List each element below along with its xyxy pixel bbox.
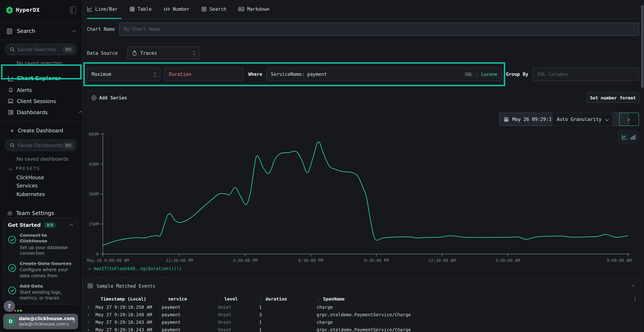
aggregation-select[interactable]: Maximum	[87, 68, 160, 81]
presets-toggle[interactable]: PRESETS	[0, 164, 82, 173]
col-service[interactable]: ⋮service	[162, 296, 218, 302]
granularity-select[interactable]: Auto Granularity	[552, 113, 613, 126]
lucene-toggle[interactable]: Lucene	[481, 72, 497, 77]
sidebar-item-client-sessions[interactable]: Client Sessions	[0, 96, 82, 106]
plus-icon: +	[10, 128, 14, 133]
check-circle-icon	[8, 236, 16, 244]
sidebar-item-team-settings[interactable]: Team Settings	[0, 208, 82, 219]
get-started-card: Get Started 3/3 Connect to ClickHouse Se…	[3, 218, 79, 305]
group-by-label-wrap: Group By	[506, 68, 528, 81]
chevron-up-icon[interactable]	[72, 30, 76, 34]
search-section-icon	[6, 28, 12, 34]
cell-spanname: grpc.oteldemo.PaymentService/Charge	[317, 327, 633, 332]
events-header[interactable]: Sample Matched Events	[83, 278, 640, 294]
table-row[interactable]: ›May 27 9:29:18.250 AMpaymentUnset1charg…	[83, 304, 640, 311]
line-chart-icon	[8, 75, 14, 82]
help-button[interactable]: ?	[4, 300, 15, 312]
sidebar-item-label: Client Sessions	[17, 98, 56, 104]
chart-type-tabs: Line/Bar Table 123 Number Search	[82, 0, 644, 18]
expand-row-icon[interactable]: ›	[87, 320, 96, 325]
cell-timestamp: May 27 9:29:18.243 AM	[96, 327, 162, 332]
svg-text:9:00:00 AM: 9:00:00 AM	[607, 258, 632, 263]
saved-searches-input[interactable]: ⌘K	[5, 44, 77, 55]
svg-text:450M: 450M	[89, 162, 98, 166]
field-value: Duration	[169, 72, 191, 77]
set-number-format-button[interactable]: Set number format	[587, 93, 639, 103]
group-by-input-wrap	[533, 68, 639, 81]
col-level[interactable]: ⋮level	[218, 296, 259, 302]
sql-toggle[interactable]: SQL	[464, 72, 472, 77]
saved-dashboards-field[interactable]	[18, 142, 63, 148]
where-input[interactable]	[271, 72, 464, 77]
where-label: Where	[248, 72, 262, 77]
cell-duration: 3	[259, 312, 317, 317]
chart-name-label: Chart Name	[87, 26, 115, 32]
chevron-up-icon[interactable]	[70, 224, 73, 227]
get-started-item[interactable]: Create Data Sources Configure where your…	[8, 261, 74, 279]
field-select[interactable]: Duration	[164, 68, 243, 81]
col-duration[interactable]: ⋮duration	[259, 296, 317, 302]
svg-text:0: 0	[96, 252, 98, 256]
tab-table[interactable]: Table	[129, 0, 156, 18]
get-started-item[interactable]: Add Data Start sending logs, metrics, or…	[8, 283, 74, 301]
saved-searches-field[interactable]	[18, 46, 63, 52]
run-query-button[interactable]: ▷	[619, 113, 639, 126]
chevron-up-icon[interactable]	[79, 111, 82, 114]
preset-item-services[interactable]: Services	[0, 182, 82, 190]
sidebar-item-chart-explorer[interactable]: Chart Explorer	[0, 72, 82, 84]
main-panel: Line/Bar Table 123 Number Search	[82, 0, 644, 332]
column-menu-icon[interactable]: ⋮	[633, 296, 640, 302]
expand-row-icon[interactable]: ›	[87, 304, 96, 310]
add-series-button[interactable]: Add Series	[91, 93, 127, 103]
user-menu[interactable]: D dale@clickhouse.com dale@clickhouse.co…	[3, 314, 78, 329]
sidebar-section-search[interactable]: Search	[0, 22, 82, 40]
user-org: dale@clickhouse.com's	[19, 322, 72, 327]
gear-icon	[7, 210, 13, 216]
tab-line-bar[interactable]: Line/Bar	[87, 0, 122, 18]
col-timestamp[interactable]: Timestamp (Local)	[96, 296, 162, 302]
bell-icon	[8, 87, 14, 93]
chevron-up-icon[interactable]	[631, 284, 635, 288]
svg-text:3:30:00 AM: 3:30:00 AM	[495, 258, 520, 263]
preset-item-kubernetes[interactable]: Kubernetes	[0, 190, 82, 198]
get-started-item[interactable]: Connect to ClickHouse Set up your databa…	[8, 232, 74, 256]
tab-search[interactable]: Search	[202, 0, 230, 18]
cell-level: Unset	[218, 320, 259, 325]
line-chart-icon	[87, 6, 92, 12]
expand-row-icon[interactable]: ›	[87, 312, 96, 317]
timeseries-chart[interactable]: 600M450M300M150M0May 26 9:00:00 AM12:30:…	[87, 127, 634, 270]
tab-label: Line/Bar	[95, 6, 118, 12]
tab-markdown[interactable]: Markdown	[238, 0, 274, 18]
expand-row-icon[interactable]: ›	[87, 327, 96, 332]
col-spanname[interactable]: ⋮SpanName	[317, 296, 633, 302]
data-source-select[interactable]: Traces	[127, 46, 200, 60]
table-row[interactable]: ›May 27 9:29:18.243 AMpaymentUnset1grpc.…	[83, 326, 640, 332]
table-row[interactable]: ›May 27 9:29:18.249 AMpaymentUnset3grpc.…	[83, 311, 640, 318]
sidebar-item-dashboards[interactable]: Dashboards	[0, 106, 82, 118]
group-by-input[interactable]	[538, 72, 634, 77]
get-started-item-title: Create Data Sources	[20, 261, 74, 267]
chart-name-input-wrap	[119, 22, 639, 36]
svg-text:150M: 150M	[89, 222, 98, 226]
tab-number[interactable]: 123 Number	[164, 0, 194, 18]
play-icon: ▷	[628, 117, 630, 122]
no-saved-dashboards-text: No saved dashboards	[0, 151, 82, 162]
user-email: dale@clickhouse.com	[19, 316, 72, 322]
tab-label: Search	[210, 6, 226, 12]
cell-duration: 1	[259, 304, 317, 310]
list-icon	[202, 6, 207, 12]
dashboard-grid-icon	[8, 109, 14, 115]
vertical-scrollbar[interactable]	[641, 5, 644, 88]
preset-item-clickhouse[interactable]: ClickHouse	[0, 173, 82, 182]
divider	[82, 91, 644, 92]
sidebar-item-alerts[interactable]: Alerts	[0, 84, 82, 96]
table-row[interactable]: ›May 27 9:29:18.243 AMpaymentUnset1charg…	[83, 318, 640, 326]
sidebar-collapse-icon[interactable]	[70, 6, 76, 14]
create-dashboard-button[interactable]: + Create Dashboard	[0, 125, 82, 136]
cell-level: Unset	[218, 327, 259, 332]
events-table-header: Timestamp (Local) ⋮service ⋮level ⋮durat…	[83, 294, 640, 304]
table-icon	[129, 6, 135, 12]
saved-dashboards-input[interactable]: ⌘K	[5, 140, 77, 151]
chart-name-input[interactable]	[124, 26, 634, 32]
svg-text:300M: 300M	[89, 192, 98, 196]
